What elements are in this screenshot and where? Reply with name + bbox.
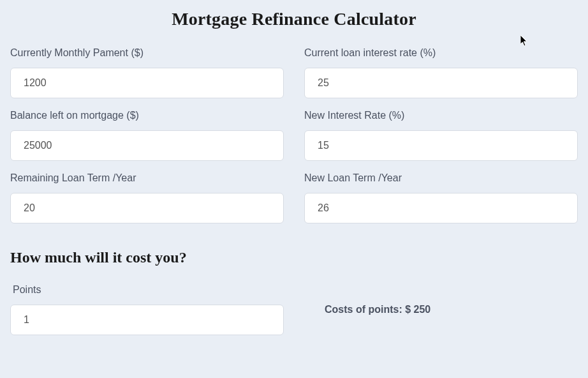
label-new-interest-rate: New Interest Rate (%) — [304, 110, 578, 121]
field-current-monthly-payment: Currently Monthly Pament ($) — [10, 47, 284, 98]
label-remaining-term: Remaining Loan Term /Year — [10, 172, 284, 184]
cost-row: Points Costs of points: $ 250 — [10, 284, 578, 335]
input-current-monthly-payment[interactable] — [10, 68, 284, 98]
label-points: Points — [10, 284, 284, 296]
label-current-monthly-payment: Currently Monthly Pament ($) — [10, 47, 284, 59]
points-cost-label: Costs of points: $ 250 — [304, 304, 578, 315]
page-title: Mortgage Refinance Calculator — [10, 9, 578, 29]
cost-section-heading: How much will it cost you? — [10, 249, 578, 266]
field-new-term: New Loan Term /Year — [304, 172, 578, 223]
form-grid: Currently Monthly Pament ($) Current loa… — [10, 47, 578, 223]
input-new-interest-rate[interactable] — [304, 130, 578, 161]
field-points: Points — [10, 284, 284, 335]
input-remaining-term[interactable] — [10, 193, 284, 223]
field-new-interest-rate: New Interest Rate (%) — [304, 110, 578, 161]
input-current-interest-rate[interactable] — [304, 68, 578, 98]
input-balance-left[interactable] — [10, 130, 284, 161]
field-balance-left: Balance left on mortgage ($) — [10, 110, 284, 161]
label-new-term: New Loan Term /Year — [304, 172, 578, 184]
label-balance-left: Balance left on mortgage ($) — [10, 110, 284, 121]
field-remaining-term: Remaining Loan Term /Year — [10, 172, 284, 223]
field-current-interest-rate: Current loan interest rate (%) — [304, 47, 578, 98]
input-new-term[interactable] — [304, 193, 578, 223]
label-current-interest-rate: Current loan interest rate (%) — [304, 47, 578, 59]
input-points[interactable] — [10, 305, 284, 335]
